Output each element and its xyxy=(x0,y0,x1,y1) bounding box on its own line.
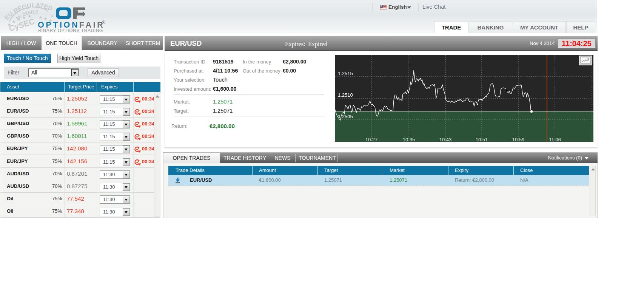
svg-text:★: ★ xyxy=(22,15,26,20)
svg-text:10:27: 10:27 xyxy=(365,137,378,142)
svg-text:10:59: 10:59 xyxy=(512,137,525,142)
svg-text:1.2515: 1.2515 xyxy=(338,71,353,76)
svg-text:1.2510: 1.2510 xyxy=(338,92,353,98)
svg-text:1.2505: 1.2505 xyxy=(338,114,353,119)
svg-text:10:51: 10:51 xyxy=(476,137,488,142)
svg-text:★: ★ xyxy=(39,15,43,20)
svg-text:11:06: 11:06 xyxy=(549,137,561,142)
svg-text:★: ★ xyxy=(51,14,54,18)
svg-text:★: ★ xyxy=(28,14,32,19)
svg-text:10:43: 10:43 xyxy=(439,137,452,142)
svg-text:10:35: 10:35 xyxy=(403,137,415,142)
